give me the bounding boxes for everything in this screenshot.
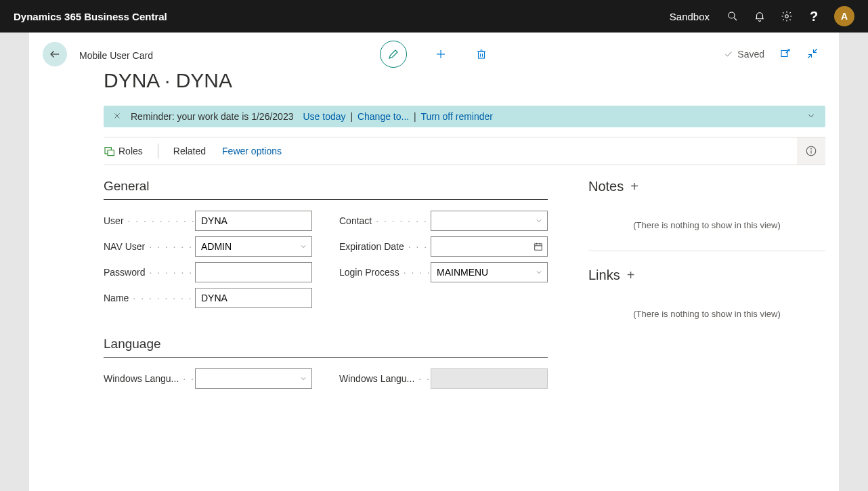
notification-text: Reminder: your work date is 1/26/2023 (131, 111, 293, 122)
expiration-date-label: Expiration Date (339, 241, 431, 252)
add-note-icon[interactable]: + (630, 179, 638, 194)
use-today-link[interactable]: Use today (303, 111, 345, 122)
svg-point-21 (811, 148, 812, 149)
user-avatar[interactable]: A (834, 6, 854, 26)
calendar-icon[interactable] (534, 242, 543, 251)
login-process-field[interactable] (431, 262, 548, 282)
help-icon[interactable]: ? (800, 0, 827, 33)
windows-language-name-field (431, 368, 548, 389)
name-label: Name (104, 293, 195, 303)
password-field[interactable] (195, 262, 312, 282)
password-label: Password (104, 267, 195, 278)
factbox-toggle-icon[interactable] (797, 137, 825, 165)
svg-rect-22 (535, 244, 542, 250)
windows-language-id-field[interactable] (195, 368, 312, 389)
login-process-label: Login Process (339, 267, 431, 278)
svg-line-1 (734, 18, 737, 20)
open-new-window-icon[interactable] (779, 47, 791, 62)
expiration-date-field[interactable] (431, 236, 548, 257)
search-icon[interactable] (719, 0, 746, 33)
windows-language-id-label: Windows Langu... (104, 373, 195, 384)
settings-icon[interactable] (773, 0, 800, 33)
contact-field[interactable] (431, 211, 548, 231)
add-link-icon[interactable]: + (627, 268, 635, 283)
svg-point-2 (785, 15, 789, 18)
environment-label: Sandbox (670, 11, 710, 22)
turn-off-reminder-link[interactable]: Turn off reminder (420, 111, 493, 122)
nav-user-label: NAV User (104, 241, 195, 252)
notes-empty-message: (There is nothing to show in this view) (588, 208, 825, 251)
user-field[interactable] (195, 211, 312, 231)
edit-button[interactable] (380, 41, 407, 68)
svg-point-0 (729, 12, 735, 18)
related-action[interactable]: Related (165, 137, 214, 165)
work-date-notification: Reminder: your work date is 1/26/2023 Us… (104, 106, 825, 127)
back-button[interactable] (43, 42, 67, 66)
svg-rect-6 (479, 51, 485, 58)
notes-title[interactable]: Notes (588, 179, 624, 194)
page-title: DYNA · DYNA (29, 66, 839, 106)
chevron-down-icon[interactable] (299, 375, 307, 383)
windows-language-name-label: Windows Langu... (339, 373, 431, 384)
change-to-link[interactable]: Change to... (357, 111, 409, 122)
chevron-down-icon[interactable] (535, 217, 543, 225)
links-title[interactable]: Links (588, 268, 620, 283)
saved-status: Saved (724, 49, 764, 60)
collapse-icon[interactable] (806, 47, 819, 62)
svg-line-14 (814, 49, 817, 52)
name-field[interactable] (195, 288, 312, 308)
svg-line-13 (808, 54, 811, 58)
links-empty-message: (There is nothing to show in this view) (588, 297, 825, 339)
delete-button[interactable] (475, 47, 488, 61)
section-language[interactable]: Language (104, 337, 548, 358)
chevron-down-icon[interactable] (299, 242, 307, 251)
section-general[interactable]: General (104, 179, 548, 200)
contact-label: Contact (339, 215, 431, 226)
page-label: Mobile User Card (79, 50, 153, 61)
roles-action[interactable]: Roles (104, 137, 151, 165)
svg-rect-18 (108, 150, 114, 156)
user-label: User (104, 215, 195, 226)
notifications-icon[interactable] (746, 0, 773, 33)
fewer-options-action[interactable]: Fewer options (214, 137, 290, 165)
chevron-down-icon[interactable] (535, 268, 543, 276)
new-button[interactable] (434, 47, 448, 61)
close-notification-icon[interactable] (113, 111, 121, 122)
nav-user-field[interactable] (195, 236, 312, 257)
app-title: Dynamics 365 Business Central (14, 11, 167, 22)
notification-expand-icon[interactable] (806, 111, 816, 123)
svg-rect-11 (781, 50, 787, 56)
